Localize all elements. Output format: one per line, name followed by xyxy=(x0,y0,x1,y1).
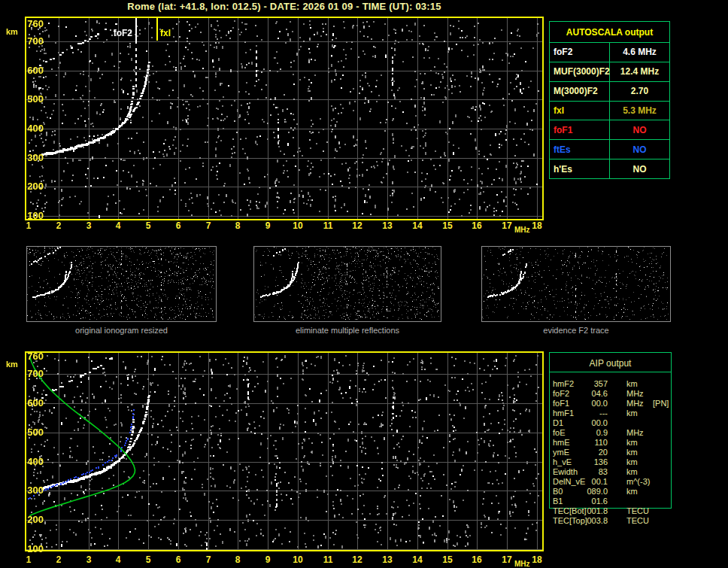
thumbnail-original-canvas xyxy=(27,247,216,321)
aip-output-panel: AIP output hmF2357kmfoF204.6MHzfoF100.0M… xyxy=(549,352,672,527)
x-tick-label: 8 xyxy=(235,555,241,564)
y-tick-label: 400 xyxy=(14,457,44,466)
aip-row: TEC[Top]003.8TECU xyxy=(549,516,672,526)
aip-row-unit: TECU xyxy=(626,506,649,516)
x-tick-label: 2 xyxy=(56,221,62,230)
aip-row-value: 0.9 xyxy=(570,428,608,438)
aip-row: hmF2357km xyxy=(549,379,672,389)
autoscala-output-panel: AUTOSCALA output foF24.6 MHzMUF(3000)F21… xyxy=(549,21,670,179)
aip-row: DelN_vE00.1m^(-3) xyxy=(549,477,672,487)
aip-row-note: [PN] xyxy=(653,399,669,409)
autoscala-row-value: NO xyxy=(610,159,669,178)
thumbnail-original-ionogram xyxy=(26,246,217,322)
autoscala-row-value: 2.70 xyxy=(610,82,669,101)
x-tick-label: 4 xyxy=(116,555,121,564)
aip-row-name: h_vE xyxy=(553,457,572,467)
y-tick-label: 300 xyxy=(14,485,44,495)
autoscala-row: M(3000)F22.70 xyxy=(550,82,669,102)
aip-row-value: 357 xyxy=(570,379,608,389)
aip-row-name: foE xyxy=(553,428,566,438)
aip-row-unit: MHz xyxy=(626,428,644,438)
aip-row-unit: km xyxy=(626,487,638,497)
x-tick-label: 14 xyxy=(412,221,422,230)
x-tick-label: 12 xyxy=(352,221,362,230)
autoscala-row-label: h'Es xyxy=(550,159,610,178)
top-plot-y-unit-label: km xyxy=(6,28,18,36)
aip-row: foE0.9MHz xyxy=(549,428,672,438)
x-tick-label: 5 xyxy=(146,221,151,230)
x-tick-label: 11 xyxy=(323,221,333,230)
x-tick-label: 7 xyxy=(206,555,211,564)
y-tick-label: 200 xyxy=(14,181,44,191)
autoscala-row: ftEsNO xyxy=(550,140,669,159)
aip-row-value: 00.0 xyxy=(570,418,608,428)
x-tick-label: 11 xyxy=(323,555,333,564)
aip-row: foF204.6MHz xyxy=(549,389,672,399)
aip-row-name: B1 xyxy=(553,497,563,506)
x-tick-label: 10 xyxy=(293,555,302,564)
bottom-plot-y-unit-label: km xyxy=(6,360,18,369)
aip-row-value: 83 xyxy=(570,467,608,477)
aip-row-unit: TECU xyxy=(626,516,649,526)
x-tick-label: 10 xyxy=(293,221,302,230)
x-tick-label: 2 xyxy=(56,555,62,564)
aip-row-unit: MHz xyxy=(626,389,644,399)
autoscala-row-label: ftEs xyxy=(550,140,610,159)
aip-row: hmE110km xyxy=(549,438,672,448)
x-tick-label: 3 xyxy=(86,555,92,564)
x-tick-label: 7 xyxy=(206,221,211,230)
x-tick-label: 16 xyxy=(472,555,481,564)
thumbnail-caption-original: original ionogram resized xyxy=(26,326,217,335)
aip-row-unit: MHz xyxy=(626,399,644,409)
aip-row: foF100.0MHz[PN] xyxy=(549,399,672,409)
autoscala-row: MUF(3000)F212.4 MHz xyxy=(550,62,669,82)
x-tick-label: 18 xyxy=(532,555,541,564)
y-tick-label: 500 xyxy=(14,94,44,104)
y-tick-label: 500 xyxy=(14,427,44,437)
aip-row-value: 00.0 xyxy=(570,399,608,409)
autoscala-row-value: 12.4 MHz xyxy=(610,62,669,81)
x-tick-label: 5 xyxy=(146,555,151,564)
aip-row-unit: km xyxy=(626,467,638,477)
autoscala-row: fxI5.3 MHz xyxy=(550,102,669,121)
autoscala-row-value: 4.6 MHz xyxy=(610,43,669,62)
x-tick-label: 3 xyxy=(86,221,92,230)
x-tick-label: 12 xyxy=(352,555,362,564)
thumbnail-eliminate-reflections xyxy=(253,246,441,322)
aip-title-separator xyxy=(549,372,672,372)
aip-row-unit: km xyxy=(626,457,638,467)
x-tick-label: 18 xyxy=(532,221,541,230)
thumbnail-caption-eliminate: eliminate multiple reflections xyxy=(253,326,441,335)
y-tick-label: 600 xyxy=(14,398,44,408)
x-tick-label: 1 xyxy=(26,221,32,230)
x-tick-label: 13 xyxy=(382,555,392,564)
x-tick-label: 13 xyxy=(382,221,392,230)
autoscala-row-label: foF1 xyxy=(550,120,610,139)
page-title: Rome (lat: +41.8, lon: 012.5) - DATE: 20… xyxy=(25,1,544,12)
y-tick-label: 100 xyxy=(14,544,44,554)
autoscala-row: h'EsNO xyxy=(550,159,669,178)
autoscala-row-value: 5.3 MHz xyxy=(610,102,669,120)
fof2-marker-label: foF2 xyxy=(102,28,132,38)
aip-row-unit: km xyxy=(626,438,638,448)
y-tick-label: 760 xyxy=(14,351,44,361)
x-tick-label: 8 xyxy=(235,221,241,230)
autoscala-row-label: foF2 xyxy=(550,43,610,62)
autoscala-row-label: MUF(3000)F2 xyxy=(550,62,610,81)
thumbnail-evidence-canvas xyxy=(482,247,670,321)
aip-row-value: 136 xyxy=(570,457,608,467)
bottom-ionogram-canvas xyxy=(26,353,542,550)
y-tick-label: 760 xyxy=(14,19,44,29)
bottom-plot-x-unit-label: MHz xyxy=(514,560,530,568)
autoscala-row-label: fxI xyxy=(550,102,610,120)
aip-row-name: foF2 xyxy=(553,389,569,399)
aip-row-name: D1 xyxy=(553,418,563,428)
aip-row-name: foF1 xyxy=(553,399,569,409)
y-tick-label: 300 xyxy=(14,153,44,163)
top-ionogram-plot xyxy=(25,17,544,220)
aip-row-unit: km xyxy=(626,448,638,457)
aip-row: D100.0 xyxy=(549,418,672,428)
aip-row-unit: km xyxy=(626,379,638,389)
thumbnail-evidence-f2 xyxy=(481,246,671,322)
bottom-ionogram-plot xyxy=(25,351,544,551)
